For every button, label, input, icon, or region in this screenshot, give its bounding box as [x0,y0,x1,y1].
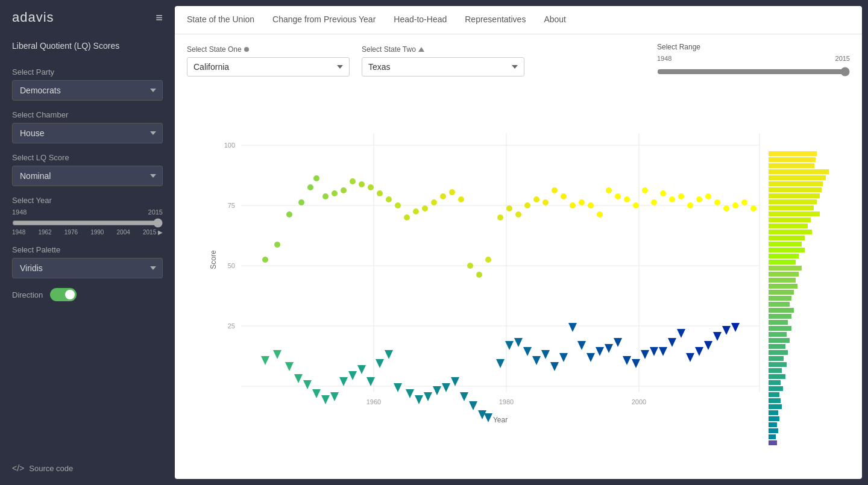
controls-row: Select State One California Texas New Yo… [175,34,862,83]
svg-point-67 [714,199,720,205]
svg-marker-113 [641,350,649,359]
chamber-label: Select Chamber [12,110,163,119]
svg-marker-102 [541,350,550,359]
lq-select[interactable]: Nominal Adjusted [12,166,163,186]
svg-point-58 [633,202,639,208]
palette-select[interactable]: Viridis Plasma Inferno Magma [12,258,163,278]
svg-marker-96 [484,413,492,422]
svg-rect-165 [769,398,781,403]
svg-marker-92 [451,377,459,386]
tab-head-to-head[interactable]: Head-to-Head [394,6,447,34]
svg-point-49 [552,187,558,193]
svg-point-54 [597,211,603,217]
source-code-label: Source code [29,464,73,473]
sidebar-content: Liberal Quotient (LQ) Scores Select Part… [0,35,175,485]
svg-point-42 [485,257,491,263]
svg-text:Year: Year [493,416,508,424]
svg-rect-164 [769,392,779,397]
svg-point-20 [286,211,292,217]
svg-rect-132 [769,199,817,204]
svg-marker-89 [424,392,432,401]
triangle-icon [418,47,424,52]
svg-marker-74 [285,362,294,371]
svg-point-63 [678,193,684,199]
svg-point-68 [723,205,729,211]
hamburger-icon[interactable]: ≡ [156,11,163,25]
svg-point-35 [422,205,428,211]
tab-about[interactable]: About [544,6,566,34]
svg-rect-153 [769,326,791,331]
svg-point-38 [449,189,455,195]
svg-rect-137 [769,230,812,234]
svg-rect-144 [769,272,799,277]
svg-marker-106 [577,341,586,350]
svg-point-60 [651,199,657,205]
tab-change-prev-year[interactable]: Change from Previous Year [272,6,376,34]
svg-rect-150 [769,308,794,313]
svg-rect-172 [769,440,777,445]
svg-point-30 [377,190,383,196]
svg-rect-128 [769,175,826,180]
svg-marker-107 [587,353,595,362]
svg-rect-166 [769,404,782,409]
svg-point-39 [458,196,464,202]
svg-marker-119 [695,347,703,356]
source-code-row[interactable]: </> Source code [12,451,163,473]
tab-representatives[interactable]: Representatives [465,6,526,34]
svg-rect-135 [769,217,811,222]
svg-rect-125 [769,157,816,162]
svg-marker-104 [559,353,568,362]
svg-rect-149 [769,302,790,307]
svg-rect-146 [769,284,797,289]
svg-marker-111 [623,356,631,365]
svg-marker-110 [614,338,622,347]
svg-marker-81 [348,371,357,380]
svg-text:1980: 1980 [499,398,514,405]
state-two-select[interactable]: Texas California New York Florida [362,57,524,77]
svg-marker-114 [650,347,658,356]
svg-point-23 [313,175,319,181]
state-one-select[interactable]: California Texas New York Florida [187,57,350,77]
svg-rect-160 [769,368,782,373]
svg-point-65 [696,196,702,202]
direction-label: Direction [12,290,43,299]
svg-rect-155 [769,338,790,343]
svg-marker-85 [385,350,393,359]
tab-state-of-union[interactable]: State of the Union [187,6,254,34]
svg-point-32 [395,202,401,208]
svg-rect-145 [769,278,796,283]
svg-point-64 [687,202,693,208]
party-select[interactable]: Democrats Republicans Both [12,80,163,101]
svg-marker-122 [722,326,731,335]
svg-point-43 [497,214,503,221]
range-min: 1948 [657,55,671,62]
state-one-label: Select State One [187,45,350,54]
svg-point-18 [262,257,268,263]
svg-rect-143 [769,266,802,271]
range-slider[interactable] [657,67,850,77]
sidebar-header: adavis ≡ [0,0,175,35]
svg-point-40 [467,263,473,269]
svg-text:1960: 1960 [366,398,381,405]
svg-rect-139 [769,242,802,246]
state-two-label: Select State Two [362,45,524,54]
svg-point-29 [368,184,374,190]
svg-text:100: 100 [224,142,235,149]
svg-rect-170 [769,428,778,433]
svg-rect-129 [769,181,823,186]
svg-marker-73 [273,350,281,359]
year-slider[interactable] [12,218,163,228]
range-label: Select Range [657,43,850,51]
svg-point-37 [440,193,446,199]
svg-point-61 [660,190,666,196]
svg-marker-75 [294,374,303,383]
chamber-select[interactable]: House Senate [12,123,163,143]
sidebar: adavis ≡ Liberal Quotient (LQ) Scores Se… [0,0,175,485]
svg-rect-127 [769,169,829,174]
svg-rect-162 [769,380,781,385]
direction-toggle[interactable] [50,288,77,301]
svg-point-25 [332,190,338,196]
svg-point-45 [515,211,521,217]
svg-point-48 [542,199,549,205]
svg-marker-82 [357,365,366,374]
